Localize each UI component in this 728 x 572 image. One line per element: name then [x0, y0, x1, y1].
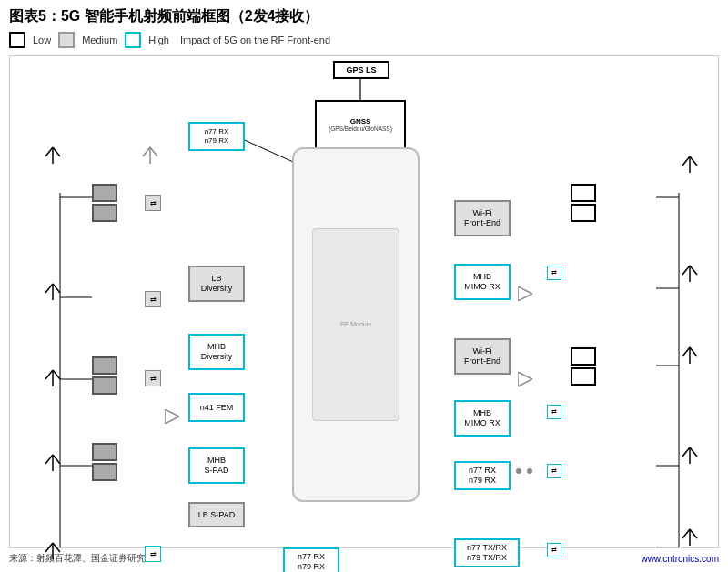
- phone-shape: RF Module: [292, 147, 420, 502]
- right-filter-box-2b: [571, 367, 596, 386]
- mhb-spad-box: MHB S-PAD: [188, 447, 245, 484]
- filter-box-2a: [92, 356, 117, 375]
- svg-line-43: [46, 455, 53, 464]
- antenna-top-left-1: [45, 138, 61, 164]
- antenna-left-2: [45, 275, 61, 300]
- amp-right-1: [518, 286, 532, 301]
- switch-right-4: ⇄: [547, 543, 561, 557]
- svg-line-17: [53, 147, 60, 156]
- svg-marker-50: [518, 372, 532, 386]
- wifi-frontend-1: Wi-Fi Front-End: [454, 200, 511, 236]
- right-filter-group-2: [571, 347, 596, 386]
- svg-line-47: [53, 543, 60, 552]
- phone-inner: RF Module: [312, 228, 399, 421]
- n77-txrx-box: n77 TX/RX n79 TX/RX: [454, 538, 520, 567]
- svg-line-25: [682, 347, 690, 356]
- svg-line-37: [46, 284, 53, 293]
- svg-marker-49: [518, 286, 532, 301]
- left-filter-group-2: [92, 356, 117, 395]
- left-filter-group-1: [92, 184, 117, 222]
- right-filter-box-1b: [571, 204, 596, 222]
- n41-fem-box: n41 FEM: [188, 393, 245, 422]
- legend-medium-box: [58, 32, 75, 48]
- legend-impact-text: Impact of 5G on the RF Front-end: [180, 35, 330, 45]
- mhb-diversity-box: MHB Diversity: [188, 334, 245, 370]
- svg-line-35: [150, 147, 157, 156]
- filter-box-1b: [92, 204, 117, 222]
- amp-right-2: [518, 372, 532, 508]
- switch-left-3: ⇄: [145, 370, 161, 386]
- svg-line-34: [143, 147, 150, 156]
- svg-line-41: [53, 370, 60, 379]
- legend-medium-label: Medium: [82, 35, 117, 45]
- svg-line-38: [53, 284, 60, 293]
- legend-low-box: [9, 32, 25, 48]
- page-title: 图表5：5G 智能手机射频前端框图（2发4接收）: [9, 7, 719, 26]
- connection-dot-1: [516, 468, 521, 474]
- right-filter-box-2a: [571, 347, 596, 366]
- legend: Low Medium High Impact of 5G on the RF F…: [9, 32, 719, 48]
- antenna-right-1: [682, 147, 698, 173]
- svg-line-44: [53, 455, 60, 464]
- svg-line-31: [682, 529, 690, 538]
- legend-high-label: High: [148, 35, 169, 45]
- legend-high-box: [125, 32, 141, 48]
- antenna-right-4: [682, 438, 698, 464]
- n77rx-right: n77 RX n79 RX: [454, 461, 511, 490]
- footer-website: www.cntronics.com: [641, 554, 719, 564]
- amp-left-1: [165, 409, 179, 424]
- svg-marker-48: [165, 409, 179, 424]
- n77rx-bottom-left: n77 RX n79 RX: [283, 547, 339, 572]
- svg-line-23: [690, 266, 697, 275]
- wifi-frontend-2: Wi-Fi Front-End: [454, 338, 511, 375]
- right-filter-group-1: [571, 184, 596, 222]
- antenna-right-5: [682, 520, 698, 546]
- svg-line-32: [690, 529, 697, 538]
- gnss-box: GNSS (GPS/Beidou/GloNASS): [315, 100, 406, 150]
- svg-line-19: [682, 156, 690, 166]
- svg-line-22: [682, 266, 690, 275]
- right-filter-box-1a: [571, 184, 596, 202]
- connection-dot-2: [527, 468, 532, 474]
- svg-line-40: [46, 370, 53, 379]
- svg-line-20: [690, 156, 697, 166]
- switch-left-1: ⇄: [145, 195, 161, 211]
- svg-line-46: [46, 543, 53, 552]
- svg-line-28: [682, 447, 690, 457]
- left-filter-group-3: [92, 443, 117, 481]
- lb-spad-box: LB S-PAD: [188, 502, 245, 527]
- page-footer: 来源：射频百花潭、国金证券研究所 www.cntronics.com: [9, 552, 719, 565]
- filter-box-3b: [92, 463, 117, 481]
- lb-diversity-box: LB Diversity: [188, 266, 245, 302]
- switch-right-1: ⇄: [547, 266, 561, 280]
- switch-right-2: ⇄: [547, 405, 561, 419]
- svg-line-29: [690, 447, 697, 457]
- page-container: 图表5：5G 智能手机射频前端框图（2发4接收） Low Medium High…: [0, 0, 728, 572]
- mhb-mimo-rx-1: MHB MIMO RX: [454, 264, 511, 300]
- antenna-left-5: [45, 534, 61, 559]
- svg-line-16: [46, 147, 53, 156]
- mhb-mimo-rx-2: MHB MIMO RX: [454, 400, 511, 437]
- diagram-area: GPS LS GNSS (GPS/Beidou/GloNASS) n77 RX …: [9, 55, 719, 548]
- antenna-left-top-2: [142, 138, 158, 164]
- antenna-left-4: [45, 446, 61, 471]
- switch-left-2: ⇄: [145, 291, 161, 307]
- filter-box-2b: [92, 376, 117, 395]
- filter-box-1a: [92, 184, 117, 202]
- n77rx-top-left: n77 RX n79 RX: [188, 122, 245, 151]
- antenna-right-3: [682, 338, 698, 364]
- antenna-left-3: [45, 361, 61, 386]
- svg-line-26: [690, 347, 697, 356]
- footer-source: 来源：射频百花潭、国金证券研究所: [9, 552, 155, 565]
- switch-left-4: ⇄: [145, 546, 161, 562]
- antenna-right-2: [682, 256, 698, 282]
- gps-ls-box: GPS LS: [333, 61, 389, 79]
- switch-right-3: ⇄: [547, 464, 561, 478]
- filter-box-3a: [92, 443, 117, 461]
- legend-low-label: Low: [33, 35, 51, 45]
